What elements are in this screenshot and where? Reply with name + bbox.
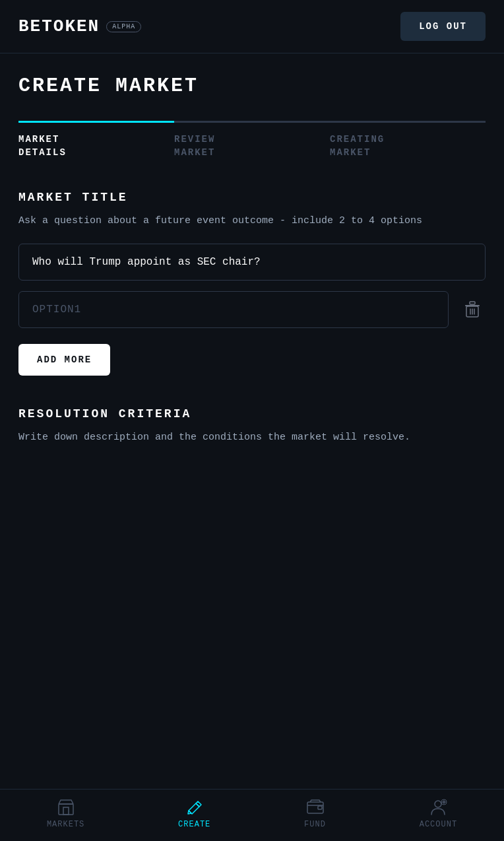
logo-container: BETOKEN ALPHA [18, 17, 141, 36]
market-title-section: MARKET TITLE Ask a question about a futu… [18, 191, 486, 376]
stepper: MARKETDETAILS REVIEWMARKET CREATINGMARKE… [18, 121, 486, 159]
svg-rect-1 [470, 302, 475, 304]
nav-label-fund: FUND [304, 820, 326, 829]
nav-label-account: ACCOUNT [420, 820, 457, 829]
logo: BETOKEN [18, 17, 100, 36]
page-title: CREATE MARKET [18, 75, 486, 97]
add-more-button[interactable]: ADD MORE [18, 344, 110, 376]
resolution-criteria-label: RESOLUTION CRITERIA [18, 407, 486, 421]
step-bar-2 [174, 121, 330, 123]
step-label-3: CREATINGMARKET [330, 133, 486, 159]
nav-label-create: CREATE [178, 820, 210, 829]
edit-icon [185, 797, 204, 816]
step-bar-1 [18, 121, 174, 123]
step-label-2: REVIEWMARKET [174, 133, 330, 159]
resolution-criteria-description: Write down description and the condition… [18, 430, 486, 446]
step-bar-3 [330, 121, 486, 123]
market-title-description: Ask a question about a future event outc… [18, 213, 486, 229]
svg-rect-10 [318, 806, 322, 809]
step-review-market: REVIEWMARKET [174, 121, 330, 159]
bottom-nav: MARKETS CREATE FUND ACCOUNT [0, 789, 504, 841]
svg-point-11 [435, 801, 441, 807]
step-market-details: MARKETDETAILS [18, 121, 174, 159]
store-icon [57, 797, 75, 816]
svg-rect-9 [307, 802, 323, 813]
logout-button[interactable]: LOG OUT [400, 12, 486, 41]
nav-item-create[interactable]: CREATE [178, 797, 210, 829]
nav-item-markets[interactable]: MARKETS [47, 797, 84, 829]
svg-rect-6 [59, 804, 73, 815]
delete-option1-button[interactable] [459, 295, 486, 324]
svg-rect-8 [63, 807, 69, 815]
option1-input[interactable] [18, 291, 449, 328]
resolution-criteria-section: RESOLUTION CRITERIA Write down descripti… [18, 407, 486, 446]
nav-item-fund[interactable]: FUND [304, 797, 326, 829]
option-row-1 [18, 291, 486, 328]
wallet-icon [306, 797, 325, 816]
account-icon [429, 797, 447, 816]
header: BETOKEN ALPHA LOG OUT [0, 0, 504, 53]
market-title-input[interactable] [18, 244, 486, 281]
step-label-1: MARKETDETAILS [18, 133, 174, 159]
market-title-label: MARKET TITLE [18, 191, 486, 204]
nav-label-markets: MARKETS [47, 820, 84, 829]
step-creating-market: CREATINGMARKET [330, 121, 486, 159]
nav-item-account[interactable]: ACCOUNT [420, 797, 457, 829]
alpha-badge: ALPHA [106, 21, 141, 32]
main-content: CREATE MARKET MARKETDETAILS REVIEWMARKET… [0, 53, 504, 539]
trash-icon [464, 300, 480, 319]
